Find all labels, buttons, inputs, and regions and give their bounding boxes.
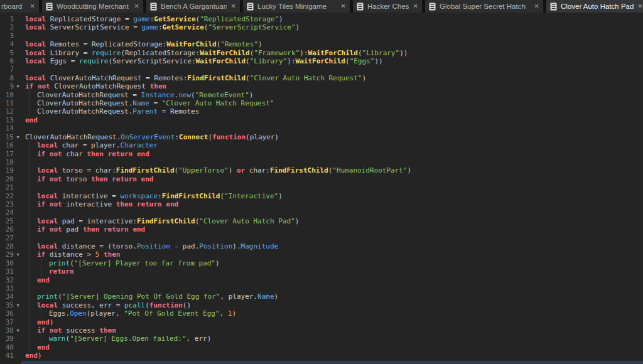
code-line[interactable]: CloverAutoHatchRequest.Name = "Clover Au… <box>23 99 643 107</box>
code-line[interactable]: local pad = interactive:FindFirstChild("… <box>23 217 643 225</box>
tab-hacker-chest[interactable]: Hacker Chest✕ <box>353 0 422 13</box>
code-line[interactable]: end) <box>23 351 643 360</box>
gutter-row: 31 <box>0 267 23 276</box>
gutter-row: 10 <box>0 91 23 99</box>
code-token: char = player. <box>58 141 120 149</box>
code-line[interactable]: print("[Server] Player too far from pad"… <box>23 259 643 267</box>
code-line[interactable]: local torso = char:FindFirstChild("Upper… <box>23 166 643 174</box>
code-token: FindFirstChild <box>116 166 175 174</box>
code-token: end <box>132 225 145 233</box>
tab-woodcutting-merchant[interactable]: Woodcutting Merchant✕ <box>42 0 143 13</box>
code-line[interactable]: local char = player.Character <box>23 141 643 149</box>
code-line[interactable]: if not success then <box>23 326 643 335</box>
code-line[interactable]: CloverAutoHatchRequest.Parent = Remotes <box>23 107 643 115</box>
code-token: game <box>141 23 158 31</box>
fold-arrow-icon[interactable]: ▼ <box>14 134 22 142</box>
code-line[interactable]: Eggs.Open(player, "Pot Of Gold Event Egg… <box>23 309 643 318</box>
fold-arrow-icon[interactable]: ▼ <box>14 327 22 335</box>
code-line[interactable]: local ServerScriptService = game:GetServ… <box>23 23 643 31</box>
code-line[interactable] <box>23 65 643 73</box>
code-line[interactable]: CloverAutoHatchRequest.OnServerEvent:Con… <box>23 133 643 141</box>
fold-arrow-icon[interactable]: ▼ <box>14 83 22 91</box>
code-line[interactable]: CloverAutoHatchRequest = Instance.new("R… <box>23 91 643 99</box>
code-token: : <box>158 192 162 200</box>
code-line[interactable]: local Remotes = ReplicatedStorage:WaitFo… <box>23 40 643 48</box>
indent-guide <box>29 107 30 115</box>
fold-arrow-icon[interactable]: ▼ <box>14 302 22 310</box>
code-token: "UpperTorso" <box>178 166 228 174</box>
code-token: Eggs = <box>46 57 79 65</box>
code-line[interactable]: local Library = require(ReplicatedStorag… <box>23 49 643 57</box>
script-editor[interactable]: 123456789▼101112131415▼16171819202122232… <box>0 13 643 364</box>
tab-lucky-tiles-minigame[interactable]: Lucky Tiles Minigame✕ <box>243 0 350 13</box>
code-line[interactable]: local Eggs = require(ServerScriptService… <box>23 57 643 65</box>
code-line[interactable]: return <box>23 267 643 276</box>
code-token: local <box>25 74 46 82</box>
code-line[interactable]: if not pad then return end <box>23 225 643 233</box>
code-line[interactable]: if not torso then return end <box>23 175 643 183</box>
code-token: "HumanoidRootPart" <box>332 166 407 174</box>
code-line[interactable] <box>23 234 643 242</box>
code-line[interactable]: end <box>23 116 643 124</box>
indent-guide <box>29 326 30 335</box>
line-number: 24 <box>0 208 14 217</box>
line-number: 27 <box>0 234 14 242</box>
tab-bench-a-gargantuan[interactable]: Bench A Gargantuan✕ <box>146 0 240 13</box>
gutter-row: 2 <box>0 23 23 31</box>
code-line[interactable]: warn("[Server] Eggs.Open failed:", err) <box>23 335 643 343</box>
code-line[interactable]: if not CloverAutoHatchRequest then <box>23 82 643 90</box>
indent-guide <box>29 292 30 301</box>
tab-bar: rboard✕Woodcutting Merchant✕Bench A Garg… <box>0 0 643 13</box>
code-line[interactable]: end <box>23 343 643 351</box>
code-token: : <box>158 23 163 31</box>
code-line[interactable] <box>23 32 643 40</box>
tab-close-icon[interactable]: ✕ <box>638 3 643 9</box>
indent-guide <box>41 267 41 276</box>
line-number: 30 <box>0 259 14 267</box>
code-line[interactable] <box>23 208 643 217</box>
code-token: ( <box>358 49 362 57</box>
code-token: GetService <box>154 15 195 23</box>
code-line[interactable]: end) <box>23 318 643 326</box>
code-line[interactable]: end <box>23 276 643 284</box>
tab-close-icon[interactable]: ✕ <box>231 3 236 9</box>
code-line[interactable]: if not char then return end <box>23 150 643 158</box>
tab-rboard[interactable]: rboard✕ <box>0 0 39 13</box>
tab-global-super-secret-hatch[interactable]: Global Super Secret Hatch✕ <box>425 0 543 13</box>
fold-arrow-icon[interactable]: ▼ <box>14 251 22 259</box>
tab-label: Clover Auto Hatch Pad <box>561 3 634 10</box>
code-token: WaitForChild <box>166 40 216 48</box>
tab-close-icon[interactable]: ✕ <box>534 3 539 9</box>
tab-close-icon[interactable]: ✕ <box>134 3 139 9</box>
code-line[interactable]: local interactive = workspace:FindFirstC… <box>23 192 643 200</box>
code-line[interactable]: local distance = (torso.Position - pad.P… <box>23 242 643 250</box>
code-token: end <box>25 116 38 124</box>
code-token: Eggs. <box>49 309 70 318</box>
code-token: pcall <box>124 301 145 309</box>
code-line[interactable] <box>23 284 643 292</box>
code-line[interactable]: local CloverAutoHatchRequest = Remotes:F… <box>23 74 643 82</box>
line-number: 29 <box>0 250 14 259</box>
code-line[interactable] <box>23 183 643 191</box>
code-line[interactable] <box>23 124 643 132</box>
gutter-row: 19 <box>0 166 23 174</box>
code-line[interactable]: print("[Server] Opening Pot Of Gold Egg … <box>23 292 643 301</box>
code-line[interactable]: local success, err = pcall(function() <box>23 301 643 309</box>
code-token: ) <box>274 292 279 301</box>
code-line[interactable] <box>23 158 643 166</box>
code-token: local <box>25 40 46 48</box>
tab-clover-auto-hatch-pad[interactable]: Clover Auto Hatch Pad✕ <box>546 0 643 13</box>
tab-close-icon[interactable]: ✕ <box>341 3 346 9</box>
line-number: 13 <box>0 116 14 124</box>
code-token: CloverAutoHatchRequest = <box>37 91 141 99</box>
code-token <box>45 175 50 183</box>
code-line[interactable]: if distance > 5 then <box>23 250 643 259</box>
tab-label: rboard <box>1 3 26 10</box>
tab-close-icon[interactable]: ✕ <box>413 3 418 9</box>
code-line[interactable]: local ReplicatedStorage = game:GetServic… <box>23 15 643 23</box>
code-token: end <box>37 276 50 284</box>
tab-close-icon[interactable]: ✕ <box>30 3 35 9</box>
code-line[interactable]: if not interactive then return end <box>23 200 643 208</box>
code-token: distance = (torso. <box>58 242 137 250</box>
code-area[interactable]: local ReplicatedStorage = game:GetServic… <box>23 15 643 360</box>
